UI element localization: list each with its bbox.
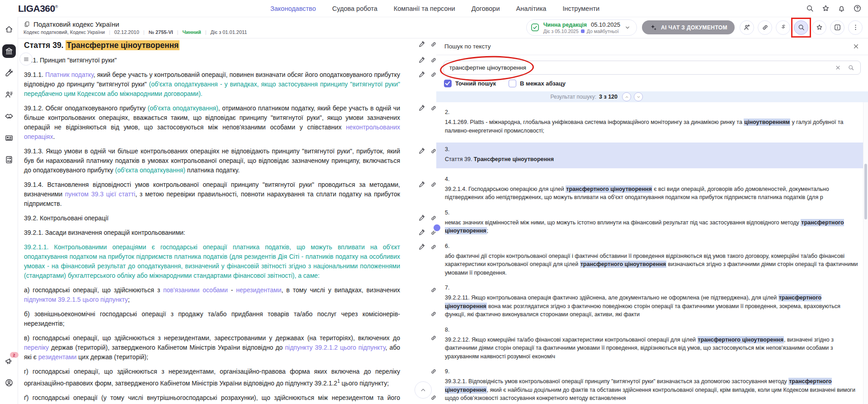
handshake-icon [5,112,14,121]
document-meta-item: Діє з 01.01.2011 [211,29,247,35]
panel-resize-handle[interactable] [433,223,441,232]
person-plus-button[interactable] [740,20,754,35]
edition-selector[interactable]: Чинна редакція 05.10.2025 Діє з 05.10.20… [526,19,637,36]
edit-strike-icon[interactable] [418,181,425,188]
document-link[interactable]: пов'язаними особами [163,286,228,294]
nav-item-5[interactable]: Аналітика [516,5,547,12]
sidebar-item-news-card[interactable] [2,131,16,145]
nav-item-3[interactable]: Компанії та персони [394,5,455,12]
close-icon[interactable] [852,43,860,50]
chain-button-wrap [758,20,772,35]
help-icon[interactable] [853,4,862,13]
text-segment: Трансфертне ціноутворення [474,156,554,162]
checkbox-exact-search[interactable]: Точний пошук [444,80,496,87]
search-icon[interactable] [848,64,854,71]
sidebar-item-account[interactable] [2,376,16,390]
versions-button[interactable] [776,20,790,35]
nav-item-2[interactable]: Судова робота [332,5,377,12]
document-link[interactable]: Платник податку [45,71,94,78]
clear-icon[interactable] [835,64,841,71]
result-text: Стаття 39. Трансфертне ціноутворення [445,155,859,164]
search-result[interactable]: 9.39.3.2.1. Відповідність умов контрольо… [436,368,868,403]
previous-result-button[interactable] [622,92,631,101]
checkbox-within-paragraph[interactable]: В межах абзацу [509,80,566,87]
sidebar-item-calculator[interactable] [2,153,16,166]
sidebar-item-megaphone[interactable]: 2 [2,354,16,368]
chain-button[interactable] [758,20,772,35]
search-result[interactable]: 5.немає значних відмінностей між ними, щ… [436,209,868,235]
edit-strike-icon[interactable] [418,243,425,251]
document-action-buttons [740,20,863,35]
star-button-wrap [812,20,826,35]
sidebar-item-persons[interactable] [2,88,16,101]
document-copy-icon[interactable] [24,21,30,28]
search-icon[interactable] [806,4,814,13]
search-input[interactable] [443,61,861,75]
document-link[interactable]: підпункту 39.2.1.2 цього підпункту [285,344,385,351]
search-result[interactable]: 2.14.1.269. Platts - міжнародна, глобаль… [436,109,868,135]
app-window: LIGA360® ЗаконодавствоСудова роботаКомпа… [0,0,868,404]
checkbox-box[interactable] [509,80,516,87]
paragraph-row: 39.1. Принцип "витягнутої руки" [24,56,443,65]
search-result[interactable]: 8.39.2.2.12. Якщо комерційні та/або фіна… [436,327,868,361]
edit-strike-icon[interactable] [418,214,425,222]
nav-item-1[interactable]: Законодавство [270,5,316,12]
result-number: 6. [445,243,859,249]
document-link[interactable]: нерезидентами [236,286,281,294]
edit-strike-icon[interactable] [418,229,425,236]
star-icon[interactable] [821,4,830,13]
topbar: LIGA360® ЗаконодавствоСудова роботаКомпа… [0,0,868,17]
result-number: 9. [445,368,859,375]
document-link[interactable]: переліку [24,344,49,351]
edit-strike-icon[interactable] [418,147,425,155]
info-button[interactable] [830,20,844,35]
sidebar-item-gavel[interactable] [2,66,16,80]
sidebar-item-home[interactable] [2,23,16,36]
table-of-contents-button[interactable] [19,52,33,66]
text-segment: (об'єкта оподаткування) [115,166,185,174]
search-result[interactable]: 4.39.2.1.4. Господарською операцією для … [436,176,868,202]
document-link[interactable]: пунктом 39.3 цієї статті [65,190,136,198]
nav-item-4[interactable]: Договори [472,5,500,12]
result-number: 7. [445,285,859,291]
checkbox-box[interactable] [444,80,452,87]
sidebar-item-bank[interactable] [2,44,16,58]
persons-icon [5,90,14,99]
checkbox-label: В межах абзацу [520,80,566,87]
search-result[interactable]: 6.або фактичні дії сторін контрольованої… [436,243,868,277]
paragraph-text: в) господарські операції, що здійснюютьс… [24,333,403,362]
search-result-current[interactable]: 3.Стаття 39. Трансфертне ціноутворення [436,143,868,168]
bell-icon[interactable] [837,4,846,13]
edition-square-icon [581,29,585,33]
text-segment: цього підпункту; [340,380,389,387]
sidebar-item-handshake[interactable] [2,109,16,123]
text-segment: б) зовнішньоекономічні господарські опер… [24,310,400,327]
star-button[interactable] [812,20,826,35]
paragraph-text: 39.1.4. Встановлення відповідності умов … [24,180,403,209]
doc-search-button[interactable] [794,20,808,35]
document-link[interactable]: підпунктом 39.2.1.5 цього підпункту [24,296,128,303]
search-options: Точний пошукВ межах абзацу [436,77,868,91]
news-card-icon [5,133,14,143]
paragraph-text: ґ) господарські операції (у тому числі в… [24,393,403,404]
document-link[interactable]: резидентами [38,353,77,361]
scroll-to-top-button[interactable] [415,381,432,399]
edit-strike-icon[interactable] [418,105,425,112]
ai-chat-button[interactable]: АІ ЧАТ З ДОКУМЕНТОМ [642,20,735,34]
edit-strike-icon[interactable] [418,41,425,48]
text-segment: 14.1.269. Platts - міжнародна, глобальна… [445,119,744,125]
scrollbar-thumb[interactable] [864,164,867,219]
topbar-icons [806,0,862,17]
result-text: 39.2.2.11. Якщо контрольована операція ф… [445,294,859,319]
result-count-label: Результат пошуку: [551,94,596,100]
edit-strike-icon[interactable] [418,57,425,64]
kebab-button[interactable] [848,20,863,35]
edition-until: До майбутньої [587,29,619,34]
next-result-button[interactable] [634,92,643,101]
edit-strike-icon[interactable] [418,71,425,78]
search-result[interactable]: 7.39.2.2.11. Якщо контрольована операція… [436,285,868,319]
text-segment: Стаття 39. [445,156,474,162]
nav-item-6[interactable]: Інструменти [562,5,599,12]
liga360-logo[interactable]: LIGA360® [18,3,58,14]
paragraph-text: 39.2.1.1. Контрольованими операціями є г… [24,242,403,280]
